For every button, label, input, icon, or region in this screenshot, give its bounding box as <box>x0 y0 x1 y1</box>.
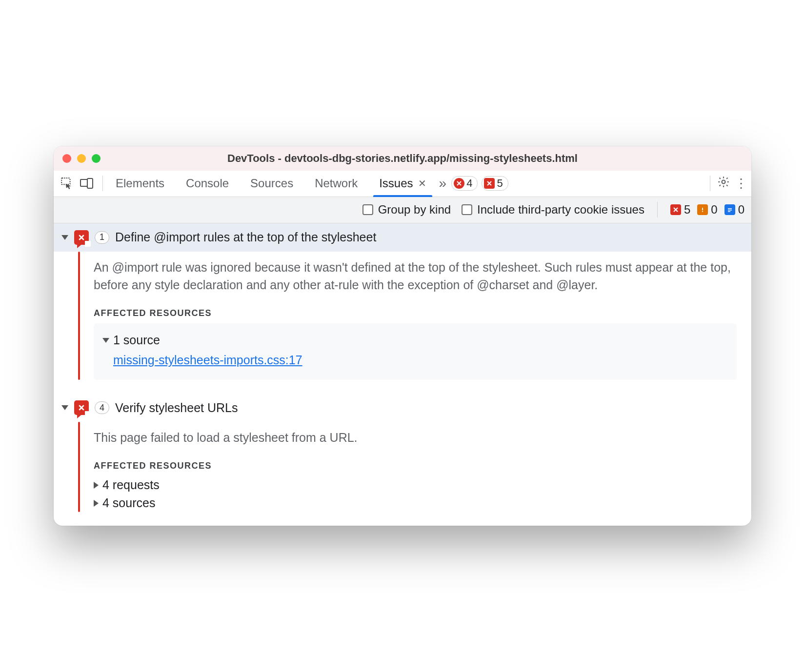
settings-icon[interactable] <box>717 176 730 192</box>
more-tabs-icon[interactable]: » <box>439 176 447 191</box>
tab-elements[interactable]: Elements <box>105 171 175 197</box>
issues-badge[interactable]: 5 <box>482 176 508 191</box>
svg-rect-7 <box>728 210 732 211</box>
affected-resources-label: AFFECTED RESOURCES <box>94 308 737 318</box>
chevron-down-icon[interactable] <box>61 235 68 240</box>
requests-summary-row[interactable]: 4 requests <box>94 476 737 494</box>
svg-rect-6 <box>728 208 732 209</box>
more-options-icon[interactable]: ⋮ <box>735 176 746 191</box>
issue-body: An @import rule was ignored because it w… <box>54 252 751 394</box>
info-counter[interactable]: 0 <box>724 203 745 217</box>
error-square-icon <box>484 178 495 189</box>
sources-summary: 1 source <box>113 333 160 347</box>
sources-summary: 4 sources <box>102 496 155 510</box>
issue-title: Verify stylesheet URLs <box>115 401 238 415</box>
chevron-right-icon <box>94 482 99 489</box>
divider <box>102 176 103 191</box>
svg-rect-2 <box>87 178 93 188</box>
issues-badge-count: 5 <box>497 177 503 190</box>
panel-tabs: Elements Console Sources Network Issues … <box>105 171 437 197</box>
affected-resources-list: 4 requests 4 sources <box>94 476 737 512</box>
error-counter[interactable]: 5 <box>670 203 690 217</box>
issue-content: This page failed to load a stylesheet fr… <box>94 422 751 512</box>
source-link[interactable]: missing-stylesheets-imports.css:17 <box>113 353 302 367</box>
issue-title: Define @import rules at the top of the s… <box>115 230 376 244</box>
devtools-window: DevTools - devtools-dbg-stories.netlify.… <box>54 146 751 526</box>
sources-summary-row[interactable]: 4 sources <box>94 494 737 512</box>
issues-list: 1 Define @import rules at the top of the… <box>54 223 751 526</box>
tab-console[interactable]: Console <box>175 171 240 197</box>
page-error-icon <box>74 400 89 415</box>
issue-description: An @import rule was ignored because it w… <box>94 252 737 309</box>
console-errors-count: 4 <box>466 177 472 190</box>
affected-resources-label: AFFECTED RESOURCES <box>94 461 737 471</box>
toolbar-right: ⋮ <box>708 176 746 192</box>
titlebar: DevTools - devtools-dbg-stories.netlify.… <box>54 146 751 171</box>
issue-header[interactable]: 4 Verify stylesheet URLs <box>54 394 751 422</box>
warning-square-icon <box>697 204 708 215</box>
third-party-label: Include third-party cookie issues <box>477 203 644 217</box>
traffic-lights <box>62 154 101 163</box>
affected-resources-box: 1 source missing-stylesheets-imports.css… <box>94 323 737 380</box>
issue-count-pill: 1 <box>95 231 109 244</box>
issue-content: An @import rule was ignored because it w… <box>94 252 751 380</box>
svg-rect-0 <box>61 178 70 184</box>
inspect-element-icon[interactable] <box>60 177 73 190</box>
device-toolbar-icon[interactable] <box>80 178 94 189</box>
issues-filterbar: Group by kind Include third-party cookie… <box>54 197 751 223</box>
window-title: DevTools - devtools-dbg-stories.netlify.… <box>54 152 751 165</box>
severity-bar <box>78 422 80 512</box>
svg-rect-8 <box>728 211 730 212</box>
group-by-kind-label: Group by kind <box>378 203 451 217</box>
warning-counter[interactable]: 0 <box>697 203 717 217</box>
page-error-icon <box>74 230 89 245</box>
tab-issues-label: Issues <box>379 177 413 190</box>
sources-summary-row[interactable]: 1 source <box>102 330 728 350</box>
group-by-kind-checkbox[interactable]: Group by kind <box>362 203 451 217</box>
info-square-icon <box>724 204 735 215</box>
close-icon[interactable]: ✕ <box>418 178 426 189</box>
svg-point-3 <box>722 180 725 183</box>
issue-header[interactable]: 1 Define @import rules at the top of the… <box>54 223 751 252</box>
svg-rect-4 <box>702 208 703 210</box>
window-minimize-button[interactable] <box>77 154 86 163</box>
third-party-cookie-checkbox[interactable]: Include third-party cookie issues <box>462 203 644 217</box>
tab-network[interactable]: Network <box>304 171 368 197</box>
info-count: 0 <box>738 203 745 217</box>
window-zoom-button[interactable] <box>92 154 101 163</box>
console-errors-badge[interactable]: 4 <box>451 176 478 191</box>
divider <box>657 202 658 217</box>
chevron-down-icon <box>102 338 109 343</box>
error-circle-icon <box>454 178 464 189</box>
divider <box>710 176 710 191</box>
chevron-down-icon[interactable] <box>61 405 68 410</box>
tab-sources[interactable]: Sources <box>240 171 304 197</box>
issue-count-pill: 4 <box>95 401 109 414</box>
error-square-icon <box>670 204 681 215</box>
warning-count: 0 <box>711 203 717 217</box>
error-count: 5 <box>684 203 690 217</box>
severity-bar <box>78 252 80 380</box>
issue-counters: 5 0 0 <box>670 203 745 217</box>
issue-description: This page failed to load a stylesheet fr… <box>94 422 737 461</box>
source-link-row: missing-stylesheets-imports.css:17 <box>102 350 728 370</box>
issue-body: This page failed to load a stylesheet fr… <box>54 422 751 526</box>
tab-issues[interactable]: Issues ✕ <box>368 171 437 197</box>
checkbox-icon <box>362 204 373 215</box>
checkbox-icon <box>462 204 472 215</box>
requests-summary: 4 requests <box>102 478 160 492</box>
window-close-button[interactable] <box>62 154 71 163</box>
main-tabbar: Elements Console Sources Network Issues … <box>54 171 751 197</box>
svg-rect-5 <box>702 211 703 212</box>
chevron-right-icon <box>94 500 99 507</box>
